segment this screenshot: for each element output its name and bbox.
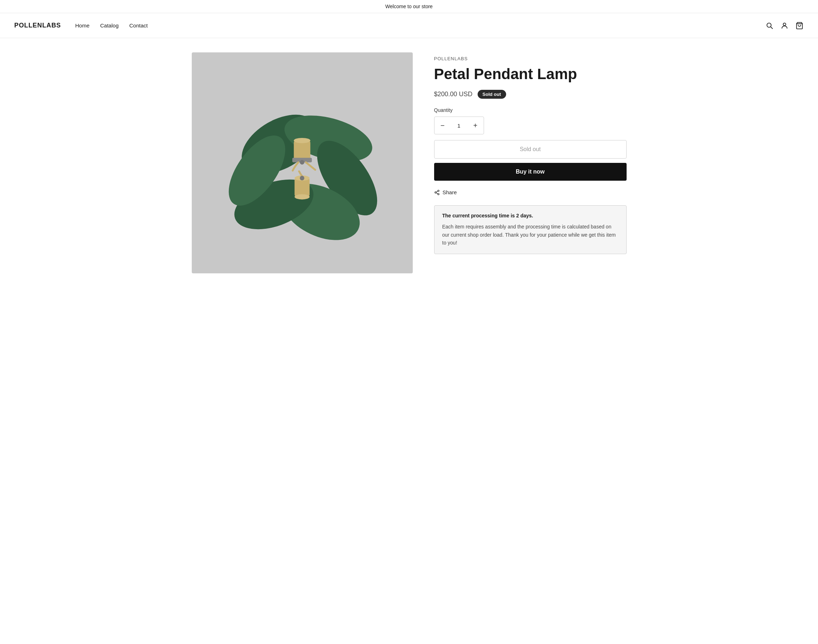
quantity-value: 1 — [451, 123, 467, 129]
account-icon[interactable] — [780, 21, 789, 30]
svg-point-11 — [294, 138, 310, 143]
product-title: Petal Pendant Lamp — [434, 66, 626, 83]
nav-catalog[interactable]: Catalog — [100, 23, 119, 29]
svg-point-17 — [300, 176, 304, 180]
quantity-decrease-button[interactable]: − — [434, 117, 451, 134]
main-content: POLLENLABS Petal Pendant Lamp $200.00 US… — [178, 38, 641, 295]
nav-home[interactable]: Home — [75, 23, 89, 29]
announcement-text: Welcome to our store — [385, 3, 433, 9]
quantity-label: Quantity — [434, 107, 626, 113]
product-image-container — [192, 52, 413, 273]
search-icon[interactable] — [765, 21, 774, 30]
product-image — [192, 52, 413, 273]
site-logo[interactable]: POLLENLABS — [14, 22, 61, 29]
buy-now-button[interactable]: Buy it now — [434, 163, 626, 181]
share-button[interactable]: Share — [434, 189, 457, 195]
svg-line-22 — [436, 191, 438, 192]
quantity-selector: − 1 + — [434, 117, 484, 134]
svg-point-16 — [300, 160, 304, 165]
sold-out-badge: Sold out — [477, 90, 506, 99]
header: POLLENLABS Home Catalog Contact — [0, 13, 818, 38]
lamp-illustration — [208, 69, 396, 257]
product-vendor: POLLENLABS — [434, 56, 626, 61]
svg-point-2 — [783, 23, 786, 25]
announcement-bar: Welcome to our store — [0, 0, 818, 13]
nav-contact[interactable]: Contact — [129, 23, 148, 29]
product-details: POLLENLABS Petal Pendant Lamp $200.00 US… — [434, 52, 626, 273]
svg-line-21 — [436, 193, 438, 194]
info-box-title: The current processing time is 2 days. — [442, 213, 618, 218]
svg-point-14 — [295, 194, 309, 199]
main-nav: Home Catalog Contact — [75, 23, 765, 29]
svg-line-1 — [770, 27, 772, 29]
header-icons — [765, 21, 804, 30]
product-price: $200.00 USD — [434, 90, 473, 98]
share-icon — [434, 190, 440, 195]
sold-out-button: Sold out — [434, 140, 626, 159]
svg-rect-13 — [295, 178, 309, 197]
quantity-increase-button[interactable]: + — [467, 117, 483, 134]
info-box-body: Each item requires assembly and the proc… — [442, 223, 618, 247]
share-label: Share — [443, 189, 457, 195]
info-box: The current processing time is 2 days. E… — [434, 205, 626, 254]
cart-icon[interactable] — [795, 21, 804, 30]
price-row: $200.00 USD Sold out — [434, 90, 626, 99]
